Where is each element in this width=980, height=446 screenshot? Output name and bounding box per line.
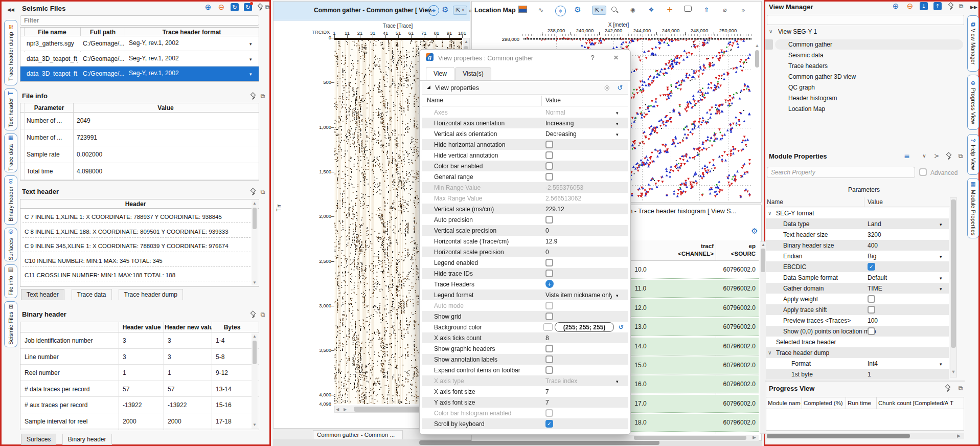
dropdown-caret-icon[interactable]: ▾ bbox=[616, 110, 621, 117]
reload-all-icon[interactable]: ↻ bbox=[244, 3, 252, 11]
export-image-icon[interactable]: ⇑ bbox=[702, 6, 711, 14]
move-down-icon[interactable]: ↓ bbox=[920, 2, 928, 10]
tree-item-common-gather[interactable]: Common gather bbox=[788, 41, 916, 49]
scroll-up-icon[interactable]: ▲ bbox=[754, 43, 760, 49]
tree-root[interactable]: View SEG-Y 1 bbox=[778, 28, 880, 36]
scroll-thumb[interactable] bbox=[761, 249, 765, 272]
tree-item-common-gather-3d-view[interactable]: Common gather 3D view bbox=[788, 73, 916, 81]
property-row[interactable]: Vertical axis orientationDecreasing▾ bbox=[422, 128, 628, 139]
remove-view-icon[interactable]: ⊖ bbox=[906, 2, 914, 10]
add-view-icon[interactable]: ⊕ bbox=[892, 2, 900, 10]
scroll-thumb[interactable] bbox=[634, 436, 746, 440]
property-row[interactable]: Horizontal scale (Trace/cm)12.9 bbox=[422, 236, 628, 247]
parameter-row[interactable]: Gather domainTIME▾ bbox=[766, 283, 949, 294]
property-row[interactable]: Show annotation labels bbox=[422, 354, 628, 365]
view-filter-bar[interactable] bbox=[767, 15, 964, 25]
side-tab-seismic-files[interactable]: Seismic Files⊞ bbox=[4, 301, 17, 347]
dropdown-caret-icon[interactable]: ▾ bbox=[940, 286, 945, 293]
dropdown-caret-icon[interactable]: ▾ bbox=[616, 121, 621, 127]
save-db-icon[interactable]: ≡ bbox=[903, 152, 911, 160]
group-expander-icon[interactable]: ∨ bbox=[768, 210, 774, 216]
parameter-row[interactable]: ∨SEG-Y format bbox=[766, 208, 949, 218]
property-row[interactable]: Legend enabled bbox=[422, 257, 628, 268]
property-row[interactable]: Y axis font size7 bbox=[422, 397, 628, 408]
scroll-left-icon[interactable]: ◀ bbox=[336, 407, 341, 412]
checkbox[interactable] bbox=[545, 141, 553, 148]
float-icon[interactable]: ⧉ bbox=[259, 188, 267, 196]
dialog-tab-vistas[interactable]: Vista(s) bbox=[455, 67, 491, 80]
gear-icon[interactable]: ⚙ bbox=[574, 6, 582, 14]
scroll-right-icon[interactable]: ▶ bbox=[957, 433, 963, 439]
colormap-icon[interactable] bbox=[518, 6, 527, 13]
target-icon[interactable]: ◎ bbox=[603, 83, 611, 92]
dropdown-caret-icon[interactable]: ▾ bbox=[940, 276, 945, 282]
side-tab-binary-header[interactable]: Binary header01 bbox=[4, 175, 17, 225]
scroll-thumb[interactable] bbox=[951, 199, 956, 348]
dropdown-caret-icon[interactable]: ▾ bbox=[249, 41, 255, 48]
checkbox[interactable] bbox=[868, 295, 875, 303]
property-row[interactable]: Trace Headers+ bbox=[422, 279, 628, 289]
overflow-icon[interactable]: » bbox=[739, 6, 747, 14]
side-tab-text-header[interactable]: Text headerT bbox=[4, 88, 17, 130]
expand-icon[interactable]: > bbox=[932, 152, 941, 160]
property-row[interactable]: Min Range Value-2.555376053 bbox=[422, 182, 628, 193]
float-icon[interactable]: ⧉ bbox=[259, 92, 267, 100]
remove-file-icon[interactable]: ⊖ bbox=[217, 3, 225, 11]
parameter-row[interactable]: ∨Trace header dump bbox=[766, 347, 949, 358]
close-button[interactable]: × bbox=[611, 52, 621, 63]
side-tab-surfaces[interactable]: Surfaces◎ bbox=[4, 228, 17, 261]
float-icon[interactable]: ⧉ bbox=[956, 152, 965, 160]
dock-tab-help-view[interactable]: ?Help View bbox=[967, 134, 979, 175]
dock-tab-module-properties[interactable]: ▦Module Properties bbox=[967, 178, 979, 238]
pin-icon[interactable] bbox=[947, 2, 955, 10]
float-icon[interactable]: ⧉ bbox=[956, 384, 965, 392]
dropdown-caret-icon[interactable]: ▾ bbox=[616, 293, 621, 299]
checkbox[interactable] bbox=[545, 173, 553, 181]
scroll-thumb[interactable] bbox=[419, 440, 659, 445]
property-row[interactable]: Legend formatVista item nickname only▾ bbox=[422, 289, 628, 300]
side-tab-trace-header-dump[interactable]: Trace header dump≋ bbox=[4, 20, 17, 85]
tree-item-trace-headers[interactable]: Trace headers bbox=[788, 62, 916, 71]
scroll-right-icon[interactable]: ▶ bbox=[344, 407, 349, 412]
tree-item-location-map[interactable]: Location Map bbox=[788, 105, 916, 114]
property-row[interactable]: Vertical scale (ms/cm)229.12 bbox=[422, 204, 628, 214]
scroll-up-icon[interactable]: ▲ bbox=[463, 39, 469, 44]
reload-icon[interactable]: ↻ bbox=[231, 3, 239, 11]
property-row[interactable]: Vertical scale precision0 bbox=[422, 225, 628, 236]
side-tab-file-info[interactable]: File info▤ bbox=[4, 264, 17, 298]
dropdown-caret-icon[interactable]: ▾ bbox=[940, 254, 945, 260]
parameter-row[interactable]: Data Sample formatDefault▾ bbox=[766, 272, 949, 283]
parameter-row[interactable]: 1st byte1 bbox=[766, 369, 949, 380]
tree-item-header-histogram[interactable]: Header histogram bbox=[788, 95, 916, 103]
scroll-thumb[interactable] bbox=[253, 208, 257, 229]
scroll-down-icon[interactable]: ▼ bbox=[950, 369, 956, 375]
scroll-up-icon[interactable]: ▲ bbox=[252, 201, 258, 206]
property-row[interactable]: X axis ticks count8 bbox=[422, 332, 628, 343]
pin-icon[interactable] bbox=[249, 310, 257, 319]
polyline-icon[interactable]: ∿ bbox=[537, 6, 545, 14]
property-row[interactable]: Horizontal axis orientationIncreasing▾ bbox=[422, 118, 628, 128]
checkbox[interactable] bbox=[545, 302, 553, 309]
scroll-thumb[interactable] bbox=[354, 407, 420, 412]
mouse-icon[interactable]: ◉ bbox=[629, 6, 637, 14]
parameter-row[interactable]: EndianBig▾ bbox=[766, 251, 949, 261]
add-trace-header-button[interactable]: + bbox=[545, 280, 554, 288]
property-row[interactable]: Horizontal scale precision0 bbox=[422, 247, 628, 257]
add-file-icon[interactable]: ⊕ bbox=[204, 3, 212, 11]
checkbox[interactable] bbox=[545, 313, 553, 320]
dropdown-caret-icon[interactable]: ▾ bbox=[616, 132, 621, 138]
checkbox[interactable] bbox=[545, 151, 553, 159]
checkbox[interactable]: ✓ bbox=[545, 420, 553, 428]
scroll-down-icon[interactable]: ▼ bbox=[252, 280, 258, 285]
float-icon[interactable]: ⧉ bbox=[259, 310, 267, 319]
scroll-up-icon[interactable]: ▲ bbox=[252, 334, 258, 339]
property-row[interactable]: General range bbox=[422, 171, 628, 182]
tab-trace-data[interactable]: Trace data bbox=[72, 289, 112, 300]
zoom-icon[interactable] bbox=[610, 6, 619, 14]
scroll-thumb[interactable] bbox=[755, 50, 759, 68]
dialog-tab-view[interactable]: View bbox=[426, 67, 454, 80]
checkbox[interactable] bbox=[545, 162, 553, 170]
parameter-row[interactable]: Text header size3200 bbox=[766, 229, 949, 240]
checkbox[interactable] bbox=[545, 216, 553, 224]
checkbox[interactable] bbox=[919, 168, 927, 176]
